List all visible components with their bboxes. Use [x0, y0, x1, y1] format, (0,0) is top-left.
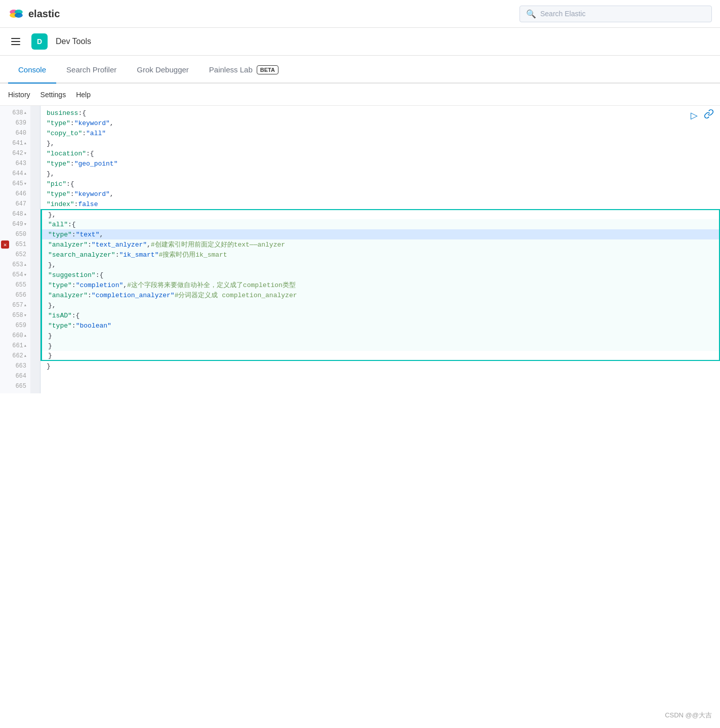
- copy-curl-button[interactable]: [703, 108, 715, 123]
- search-bar[interactable]: 🔍 Search Elastic: [519, 6, 712, 22]
- run-button[interactable]: ▷: [690, 108, 699, 123]
- fold-up-icon: ▲: [24, 354, 26, 358]
- line-number-text: 656: [15, 292, 26, 299]
- table-row[interactable]: "copy_to": "all": [41, 128, 720, 138]
- code-token: "analyzer": [48, 292, 88, 299]
- line-number-text: 640: [15, 130, 26, 137]
- code-token: :: [82, 130, 86, 137]
- help-button[interactable]: Help: [76, 89, 91, 101]
- table-row[interactable]: "isAD":{: [41, 310, 720, 320]
- table-row[interactable]: "suggestion":{: [41, 270, 720, 280]
- table-row[interactable]: "all":{: [41, 219, 720, 229]
- table-row[interactable]: "pic":{: [41, 179, 720, 189]
- table-row[interactable]: "location":{: [41, 148, 720, 158]
- line-num: 653▲: [0, 260, 30, 270]
- table-row[interactable]: }: [41, 351, 720, 361]
- painless-lab-label: Painless Lab: [209, 65, 253, 74]
- line-num: 644▲: [0, 169, 30, 179]
- tab-console[interactable]: Console: [8, 57, 56, 84]
- fold-up-icon: ▲: [24, 172, 26, 176]
- line-number-text: 649: [12, 221, 23, 228]
- code-token: business: [47, 109, 78, 117]
- table-row[interactable]: "type": "boolean": [41, 320, 720, 331]
- line-num: 656: [0, 290, 30, 300]
- code-token: "ik_smart": [119, 251, 158, 259]
- table-row[interactable]: },: [41, 209, 720, 219]
- code-token: "type": [48, 322, 72, 330]
- fold-down-icon: ▼: [24, 182, 26, 186]
- table-row[interactable]: }: [41, 341, 720, 351]
- table-row[interactable]: "type": "geo_point": [41, 158, 720, 169]
- code-token: "isAD": [48, 312, 72, 319]
- code-token: :: [70, 160, 74, 168]
- code-token: #分词器定义成 completion_analyzer: [175, 291, 297, 300]
- search-bar-placeholder: Search Elastic: [540, 10, 585, 18]
- top-nav: elastic 🔍 Search Elastic: [0, 0, 720, 28]
- code-token: :{: [96, 271, 104, 279]
- line-number-text: 661: [12, 342, 23, 349]
- table-row[interactable]: },: [41, 138, 720, 148]
- table-row[interactable]: [41, 381, 720, 391]
- settings-button[interactable]: Settings: [41, 89, 66, 101]
- tab-grok-debugger[interactable]: Grok Debugger: [127, 57, 199, 84]
- line-number-text: 646: [15, 190, 26, 197]
- line-num: 643: [0, 158, 30, 169]
- table-row[interactable]: "type": "keyword",: [41, 118, 720, 128]
- table-row[interactable]: [41, 371, 720, 381]
- history-button[interactable]: History: [8, 89, 30, 101]
- table-row[interactable]: }: [41, 331, 720, 341]
- error-icon: ✕: [1, 240, 9, 249]
- code-token: :: [88, 292, 92, 299]
- table-row[interactable]: "index": false: [41, 199, 720, 209]
- code-token: false: [78, 200, 98, 208]
- code-token: :{: [66, 180, 74, 188]
- tab-bar: Console Search Profiler Grok Debugger Pa…: [0, 56, 720, 84]
- table-row[interactable]: },: [41, 300, 720, 310]
- table-row[interactable]: "type": "text",: [41, 229, 720, 239]
- code-token: :: [88, 241, 92, 249]
- line-num: 655: [0, 280, 30, 290]
- table-row[interactable]: "analyzer": "completion_analyzer" #分词器定义…: [41, 290, 720, 300]
- table-row[interactable]: business:{: [41, 108, 720, 118]
- code-token: ,: [110, 190, 114, 198]
- user-avatar[interactable]: D: [31, 33, 48, 50]
- code-lines[interactable]: business:{ "type": "keyword", "copy_to":…: [41, 106, 720, 393]
- line-number-text: 660: [12, 332, 23, 339]
- line-numbers: 638▲639640641▲642▼643644▲645▼646647648▲6…: [0, 106, 30, 393]
- line-number-text: 638: [12, 109, 23, 116]
- line-num: 654▼: [0, 270, 30, 280]
- table-row[interactable]: "type": "completion", #这个字段将来要做自动补全，定义成了…: [41, 280, 720, 290]
- line-number-text: 643: [15, 160, 26, 167]
- code-token: :: [115, 251, 119, 259]
- table-row[interactable]: "type": "keyword",: [41, 189, 720, 199]
- line-number-text: 664: [15, 373, 26, 380]
- code-token: :: [70, 190, 74, 198]
- line-number-text: 652: [15, 251, 26, 258]
- table-row[interactable]: },: [41, 260, 720, 270]
- code-token: :{: [72, 312, 80, 319]
- line-num: 647: [0, 199, 30, 209]
- table-row[interactable]: "analyzer": "text_anlyzer", #创建索引时用前面定义好…: [41, 239, 720, 250]
- code-token: },: [47, 140, 55, 147]
- table-row[interactable]: "search_analyzer": "ik_smart" #搜索时仍用ik_s…: [41, 250, 720, 260]
- hamburger-button[interactable]: [8, 35, 23, 48]
- tab-search-profiler[interactable]: Search Profiler: [56, 57, 127, 84]
- code-token: "all": [86, 130, 106, 137]
- line-number-text: 644: [12, 170, 23, 177]
- code-token: :: [74, 200, 78, 208]
- fold-up-icon: ▲: [24, 212, 26, 216]
- code-token: "text": [76, 231, 100, 238]
- code-token: "completion_analyzer": [92, 292, 175, 299]
- elastic-logo-icon: [8, 6, 24, 22]
- table-row[interactable]: }: [41, 361, 720, 371]
- code-token: :{: [86, 150, 94, 157]
- code-token: :: [72, 231, 76, 238]
- code-token: "type": [47, 160, 70, 168]
- table-row[interactable]: },: [41, 169, 720, 179]
- fold-up-icon: ▲: [24, 344, 26, 348]
- code-token: },: [47, 170, 55, 178]
- line-num: 639: [0, 118, 30, 128]
- fold-up-icon: ▲: [24, 111, 26, 115]
- tab-painless-lab[interactable]: Painless Lab BETA: [199, 57, 289, 84]
- code-token: "location": [47, 150, 86, 157]
